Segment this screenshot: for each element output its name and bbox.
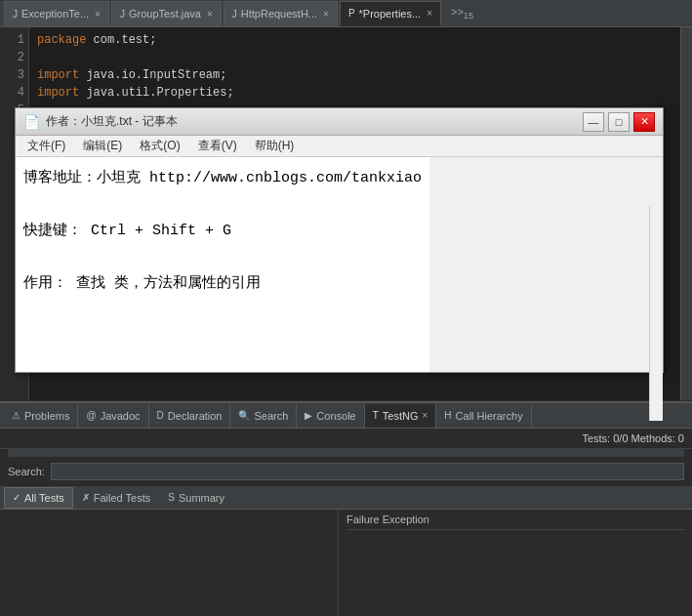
failure-exception-label: Failure Exception	[346, 513, 684, 530]
search-icon: 🔍	[238, 410, 250, 421]
tab-overflow-button[interactable]: >>15	[447, 6, 477, 21]
notepad-app-icon: 📄	[23, 114, 40, 130]
java-file-icon: J	[120, 9, 125, 20]
menu-format[interactable]: 格式(O)	[132, 136, 187, 156]
tab-httprequest[interactable]: J HttpRequestH... ×	[224, 1, 338, 26]
testng-stats-text: Tests: 0/0 Methods: 0	[582, 432, 684, 444]
testng-panel: Tests: 0/0 Methods: 0 Search: ✓ All Test…	[0, 429, 692, 616]
testng-search-input[interactable]	[51, 463, 684, 480]
tab-console[interactable]: ▶ Console	[297, 404, 364, 428]
menu-help[interactable]: 帮助(H)	[247, 136, 303, 156]
testng-icon: T	[373, 410, 379, 421]
notepad-text-area[interactable]: 博客地址：小坦克 http://www.cnblogs.com/tankxiao…	[16, 157, 429, 372]
bottom-panel: ⚠ Problems @ Javadoc D Declaration 🔍 Sea…	[0, 401, 692, 616]
testng-failure-panel: Failure Exception	[339, 510, 692, 616]
tab-exceptionte[interactable]: J ExceptionTe... ×	[4, 1, 109, 26]
tab-grouptest[interactable]: J GroupTest.java ×	[111, 1, 222, 26]
testng-progress-bar	[8, 449, 684, 457]
notepad-controls: — □ ✕	[583, 112, 655, 132]
console-icon: ▶	[305, 410, 312, 421]
tab-declaration[interactable]: D Declaration	[149, 404, 231, 428]
testng-search-row: Search:	[0, 457, 692, 486]
java-file-icon: J	[232, 9, 237, 20]
close-button[interactable]: ✕	[633, 112, 655, 132]
tab-problems[interactable]: ⚠ Problems	[4, 404, 78, 428]
tab-javadoc[interactable]: @ Javadoc	[78, 404, 148, 428]
notepad-window: 📄 作者：小坦克.txt - 记事本 — □ ✕ 文件(F) 编辑(E) 格式(…	[15, 107, 664, 373]
declaration-icon: D	[157, 410, 164, 421]
minimize-button[interactable]: —	[583, 112, 604, 132]
failed-tests-icon: ✗	[82, 492, 90, 503]
subtab-all-tests[interactable]: ✓ All Tests	[4, 487, 73, 509]
summary-icon: S	[168, 492, 175, 503]
menu-file[interactable]: 文件(F)	[20, 136, 73, 156]
notepad-menu: 文件(F) 编辑(E) 格式(O) 查看(V) 帮助(H)	[16, 136, 663, 157]
editor-scrollbar[interactable]	[680, 27, 692, 400]
notepad-titlebar[interactable]: 📄 作者：小坦克.txt - 记事本 — □ ✕	[16, 108, 663, 136]
editor-tab-bar: J ExceptionTe... × J GroupTest.java × J …	[0, 0, 692, 27]
tab-close-icon[interactable]: ×	[427, 8, 432, 19]
tab-close-icon[interactable]: ×	[207, 9, 213, 20]
notepad-title: 📄 作者：小坦克.txt - 记事本	[23, 113, 178, 130]
call-hierarchy-icon: H	[444, 410, 451, 421]
tab-search[interactable]: 🔍 Search	[230, 404, 297, 428]
testng-body: Failure Exception	[0, 510, 692, 616]
maximize-button[interactable]: □	[608, 112, 630, 132]
notepad-scrollbar[interactable]	[649, 206, 663, 421]
properties-file-icon: P	[348, 8, 355, 19]
java-file-icon: J	[13, 9, 18, 20]
tab-close-icon[interactable]: ×	[95, 9, 101, 20]
search-label: Search:	[8, 466, 45, 477]
tab-call-hierarchy[interactable]: H Call Hierarchy	[436, 404, 531, 428]
menu-view[interactable]: 查看(V)	[190, 136, 245, 156]
testng-test-list	[0, 510, 339, 616]
javadoc-icon: @	[86, 410, 96, 421]
tab-testng[interactable]: T TestNG ×	[365, 404, 437, 428]
menu-edit[interactable]: 编辑(E)	[75, 136, 130, 156]
testng-stats-bar: Tests: 0/0 Methods: 0	[0, 429, 692, 449]
tab-close-icon[interactable]: ×	[323, 9, 329, 20]
testng-tab-close-icon[interactable]: ×	[423, 410, 428, 421]
tab-properties[interactable]: P *Properties... ×	[340, 1, 441, 26]
all-tests-icon: ✓	[13, 492, 20, 503]
problems-icon: ⚠	[12, 410, 20, 421]
subtab-summary[interactable]: S Summary	[159, 487, 233, 509]
bottom-tab-bar: ⚠ Problems @ Javadoc D Declaration 🔍 Sea…	[0, 403, 692, 429]
subtab-failed-tests[interactable]: ✗ Failed Tests	[73, 487, 160, 509]
testng-sub-tabs: ✓ All Tests ✗ Failed Tests S Summary	[0, 486, 692, 510]
